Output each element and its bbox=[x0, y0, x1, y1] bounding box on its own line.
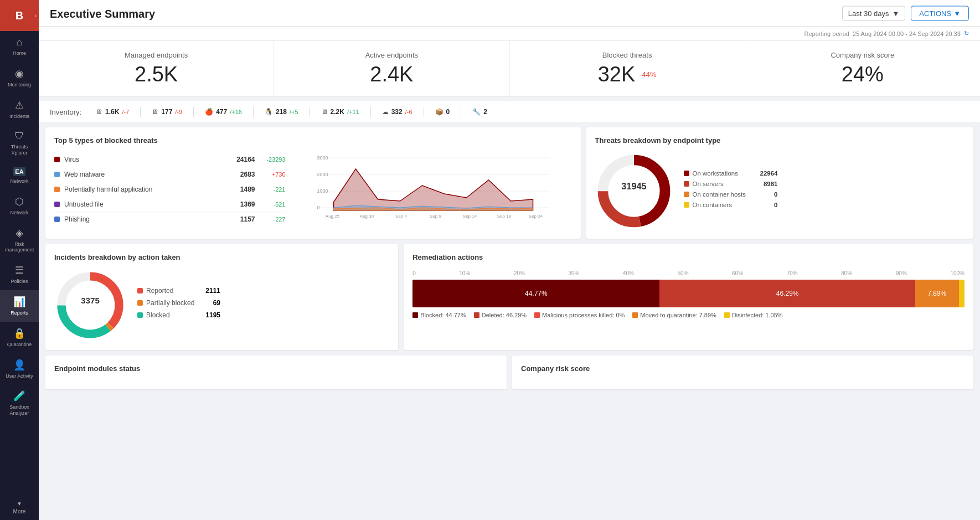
panel-title: Company risk score bbox=[521, 364, 964, 373]
threat-row: Potentially harmful application 1489 -22… bbox=[54, 182, 286, 197]
legend-item: On container hosts 0 bbox=[684, 191, 778, 198]
divider bbox=[461, 107, 461, 117]
kpi-value: 24% bbox=[759, 63, 967, 86]
linux-icon: 🐧 bbox=[265, 108, 273, 116]
threat-color-dot bbox=[54, 172, 60, 177]
kpi-managed-endpoints: Managed endpoints 2.5K bbox=[39, 41, 274, 96]
svg-text:2000: 2000 bbox=[317, 172, 328, 177]
threat-count: 1369 bbox=[228, 200, 255, 208]
bottom-row: Endpoint modules status Company risk sco… bbox=[45, 356, 973, 389]
divider bbox=[310, 107, 310, 117]
time-filter[interactable]: Last 30 days ▼ bbox=[842, 6, 906, 20]
sidebar-item-reports[interactable]: 📊 Reports bbox=[0, 290, 39, 322]
svg-text:Sep 4: Sep 4 bbox=[395, 214, 407, 219]
kpi-label: Blocked threats bbox=[523, 51, 731, 59]
sidebar-item-monitoring[interactable]: ◉ Monitoring bbox=[0, 62, 39, 94]
divider bbox=[253, 107, 254, 117]
sidebar-item-risk[interactable]: ◈ Risk management bbox=[0, 222, 39, 259]
kpi-blocked-threats: Blocked threats 32K -44% bbox=[510, 41, 745, 96]
time-filter-label: Last 30 days bbox=[848, 9, 889, 17]
rem-segment-disinfect bbox=[959, 280, 964, 307]
threat-name: Potentially harmful application bbox=[64, 186, 228, 193]
sidebar-item-threats[interactable]: 🛡 Threats Xplorer bbox=[0, 125, 39, 162]
legend-dot bbox=[684, 171, 689, 176]
threat-row: Untrusted file 1369 -621 bbox=[54, 197, 286, 212]
kpi-badge: -44% bbox=[639, 70, 656, 79]
kpi-value: 2.4K bbox=[287, 63, 496, 86]
container-icon: 📦 bbox=[435, 108, 443, 116]
sidebar-item-home[interactable]: ⌂ Home bbox=[0, 31, 39, 62]
sidebar-item-network[interactable]: ⬡ Network bbox=[0, 190, 39, 222]
reports-icon: 📊 bbox=[13, 296, 25, 308]
sidebar-item-label: User Activity bbox=[6, 373, 33, 379]
app-logo[interactable]: B › bbox=[0, 0, 39, 31]
network-ea-icon: EA bbox=[13, 167, 25, 176]
sidebar-item-label: Policies bbox=[11, 279, 28, 285]
panel-title: Incidents breakdown by action taken bbox=[54, 253, 389, 261]
sidebar-item-label: Network bbox=[10, 210, 28, 216]
sidebar-more-button[interactable]: ▼ More bbox=[0, 495, 39, 520]
svg-text:Sep 14: Sep 14 bbox=[462, 214, 477, 219]
kpi-label: Company risk score bbox=[759, 51, 967, 59]
threat-name: Web malware bbox=[64, 171, 228, 178]
kpi-number: 24% bbox=[842, 63, 884, 86]
threat-count: 1157 bbox=[228, 215, 255, 223]
donut-container: 31945 On workstations 22964 On servers bbox=[595, 152, 965, 230]
kpi-number: 2.4K bbox=[370, 63, 413, 86]
sidebar-item-user-activity[interactable]: 👤 User Activity bbox=[0, 353, 39, 385]
legend-dot bbox=[137, 312, 143, 318]
threat-row: Web malware 2683 +730 bbox=[54, 167, 286, 182]
more-arrow-icon: ▼ bbox=[17, 501, 22, 507]
rem-legend-item: Moved to quarantine: 7.89% bbox=[632, 312, 716, 318]
actions-button[interactable]: ACTIONS ▼ bbox=[911, 6, 969, 20]
sidebar-item-policies[interactable]: ☰ Policies bbox=[0, 259, 39, 290]
refresh-icon[interactable]: ↻ bbox=[964, 30, 969, 37]
sidebar-item-incidents[interactable]: ⚠ Incidents bbox=[0, 94, 39, 125]
inventory-label: Inventory: bbox=[50, 108, 81, 116]
donut-svg: 31945 bbox=[595, 152, 673, 230]
other-icon: 🔧 bbox=[472, 108, 481, 116]
threats-content: Virus 24164 -23293 Web malware 2683 +730 bbox=[54, 152, 572, 226]
incidents-panel: Incidents breakdown by action taken 3375 bbox=[45, 244, 398, 350]
sidebar: B › ⌂ Home ◉ Monitoring ⚠ Incidents 🛡 Th… bbox=[0, 0, 39, 520]
threat-name: Phishing bbox=[64, 215, 228, 223]
threat-count: 1489 bbox=[228, 186, 255, 193]
sidebar-item-label: Quarantine bbox=[7, 342, 32, 348]
page-title: Executive Summary bbox=[50, 8, 969, 20]
sidebar-item-quarantine[interactable]: 🔒 Quarantine bbox=[0, 322, 39, 353]
legend-item: Partially blocked 69 bbox=[137, 299, 220, 307]
endpoint-modules-panel: Endpoint modules status bbox=[45, 356, 507, 389]
rem-legend: Blocked: 44.77% Deleted: 46.29% Maliciou… bbox=[412, 312, 964, 318]
sidebar-item-label: Sandbox Analyzer bbox=[2, 404, 37, 416]
threat-list: Virus 24164 -23293 Web malware 2683 +730 bbox=[54, 152, 286, 226]
rem-legend-item: Malicious processes killed: 0% bbox=[534, 312, 625, 318]
quarantine-icon: 🔒 bbox=[13, 327, 25, 339]
divider bbox=[370, 107, 371, 117]
sidebar-expand-icon[interactable]: › bbox=[35, 13, 37, 19]
remediation-chart: 0 10% 20% 30% 40% 50% 60% 70% 80% 90% 10… bbox=[412, 270, 964, 318]
sidebar-item-label: Home bbox=[13, 50, 26, 56]
legend-item: On workstations 22964 bbox=[684, 170, 778, 177]
incidents-legend: Reported 2111 Partially blocked 69 Block… bbox=[137, 287, 220, 323]
legend-item: Blocked 1195 bbox=[137, 311, 220, 319]
risk-icon: ◈ bbox=[16, 227, 23, 239]
legend-item: On containers 0 bbox=[684, 202, 778, 208]
threats-row: Top 5 types of blocked threats Virus 241… bbox=[45, 127, 973, 239]
incidents-svg: 3375 bbox=[54, 269, 126, 341]
reporting-period-label: Reporting period bbox=[804, 30, 849, 37]
svg-text:3375: 3375 bbox=[81, 296, 100, 305]
sidebar-item-sandbox[interactable]: 🧪 Sandbox Analyzer bbox=[0, 384, 39, 422]
legend-dot bbox=[137, 288, 143, 294]
sidebar-item-network-ea[interactable]: EA Network bbox=[0, 162, 39, 190]
panel-title: Threats breakdown by endpoint type bbox=[595, 136, 965, 145]
rem-axis-top: 0 10% 20% 30% 40% 50% 60% 70% 80% 90% 10… bbox=[412, 270, 964, 276]
monitoring-icon: ◉ bbox=[15, 68, 24, 80]
win-icon2: 🖥 bbox=[152, 108, 158, 116]
donut-legend: On workstations 22964 On servers 8981 On… bbox=[684, 170, 778, 212]
sidebar-item-label: Incidents bbox=[9, 114, 29, 120]
actions-chevron-icon: ▼ bbox=[953, 9, 961, 17]
divider bbox=[424, 107, 424, 117]
panel-title: Endpoint modules status bbox=[54, 364, 498, 373]
company-risk-panel: Company risk score bbox=[512, 356, 973, 389]
kpi-active-endpoints: Active endpoints 2.4K bbox=[274, 41, 509, 96]
